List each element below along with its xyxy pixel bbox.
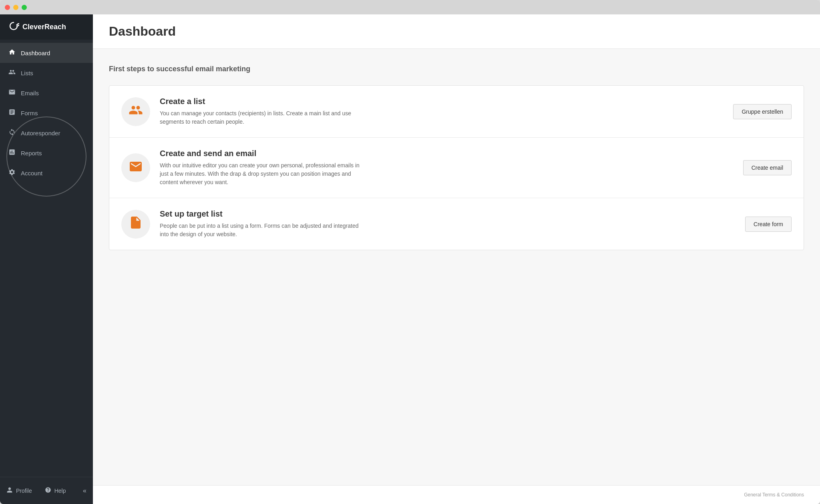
step-title-list: Create a list <box>160 97 724 106</box>
step-create-email: Create and send an email With our intuit… <box>109 138 804 198</box>
create-form-button[interactable]: Create form <box>745 217 792 232</box>
main-body: First steps to successful email marketin… <box>93 49 820 485</box>
step-content-email: Create and send an email With our intuit… <box>160 149 734 187</box>
sidebar-item-account-label: Account <box>21 170 42 177</box>
sidebar-item-lists[interactable]: Lists <box>0 63 93 83</box>
step-content-form: Set up target list People can be put int… <box>160 209 736 239</box>
step-icon-circle-email <box>121 153 150 182</box>
step-icon-circle-form <box>121 210 150 239</box>
sidebar-item-account[interactable]: Account <box>0 163 93 183</box>
sidebar-item-dashboard-label: Dashboard <box>21 50 50 56</box>
main-content: Dashboard First steps to successful emai… <box>93 14 820 504</box>
envelope-icon <box>129 159 143 177</box>
sidebar-item-help[interactable]: Help <box>38 482 72 499</box>
email-icon <box>8 88 16 97</box>
sidebar-item-forms-label: Forms <box>21 110 38 116</box>
main-header: Dashboard <box>93 14 820 49</box>
step-title-email: Create and send an email <box>160 149 734 158</box>
home-icon <box>8 48 16 57</box>
profile-label: Profile <box>16 488 32 494</box>
autoresponder-icon <box>8 129 16 137</box>
document-icon <box>129 215 143 233</box>
app-layout: CleverReach Dashboard <box>0 14 820 504</box>
close-button[interactable] <box>5 5 10 10</box>
sidebar-item-forms[interactable]: Forms <box>0 103 93 123</box>
sidebar-item-dashboard[interactable]: Dashboard <box>0 43 93 63</box>
title-bar <box>0 0 820 14</box>
sidebar-item-autoresponder[interactable]: Autoresponder <box>0 123 93 143</box>
users-icon <box>8 68 16 77</box>
step-icon-circle-list <box>121 97 150 126</box>
app-window: CleverReach Dashboard <box>0 0 820 504</box>
sidebar-item-reports-label: Reports <box>21 150 42 157</box>
step-create-list: Create a list You can manage your contac… <box>109 86 804 138</box>
forms-icon <box>8 108 16 117</box>
step-desc-form: People can be put into a list using a fo… <box>160 222 360 239</box>
sidebar-item-lists-label: Lists <box>21 70 33 76</box>
sidebar-item-reports[interactable]: Reports <box>0 143 93 163</box>
sidebar-item-profile[interactable]: Profile <box>0 482 38 499</box>
profile-icon <box>6 487 13 494</box>
sidebar-logo: CleverReach <box>0 14 93 40</box>
sidebar-nav: Dashboard Lists <box>0 40 93 477</box>
footer-text: General Terms & Conditions <box>744 492 804 498</box>
sidebar-bottom: Profile Help « <box>0 477 93 504</box>
maximize-button[interactable] <box>22 5 27 10</box>
help-label: Help <box>54 488 66 494</box>
reports-icon <box>8 149 16 157</box>
step-title-form: Set up target list <box>160 209 736 219</box>
step-desc-email: With our intuitive editor you can create… <box>160 161 360 187</box>
settings-icon <box>8 169 16 177</box>
minimize-button[interactable] <box>13 5 18 10</box>
logo-icon <box>8 22 19 32</box>
step-desc-list: You can manage your contacts (recipients… <box>160 109 360 126</box>
sidebar: CleverReach Dashboard <box>0 14 93 504</box>
group-icon <box>129 103 143 120</box>
step-setup-form: Set up target list People can be put int… <box>109 198 804 250</box>
steps-title: First steps to successful email marketin… <box>109 65 804 73</box>
step-action-form: Create form <box>745 217 792 232</box>
steps-container: Create a list You can manage your contac… <box>109 85 804 250</box>
collapse-button[interactable]: « <box>76 482 93 499</box>
main-footer: General Terms & Conditions <box>93 485 820 504</box>
sidebar-item-emails[interactable]: Emails <box>0 83 93 103</box>
step-action-list: Gruppe erstellen <box>733 104 792 119</box>
sidebar-item-autoresponder-label: Autoresponder <box>21 130 60 137</box>
page-title: Dashboard <box>109 24 804 39</box>
create-email-button[interactable]: Create email <box>743 160 792 175</box>
collapse-icon: « <box>83 487 86 494</box>
logo-text: CleverReach <box>22 23 66 31</box>
create-list-button[interactable]: Gruppe erstellen <box>733 104 792 119</box>
step-action-email: Create email <box>743 160 792 175</box>
help-icon <box>45 487 51 494</box>
step-content-list: Create a list You can manage your contac… <box>160 97 724 126</box>
sidebar-item-emails-label: Emails <box>21 90 39 96</box>
